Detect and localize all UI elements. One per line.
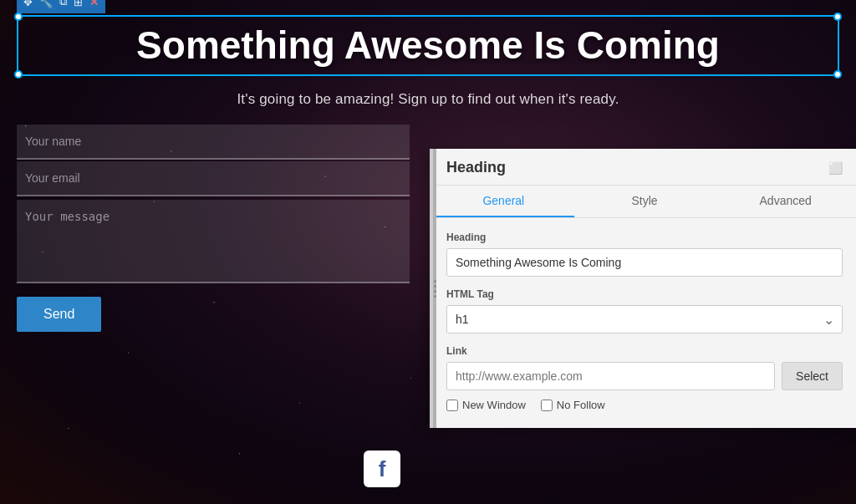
no-follow-checkbox[interactable] — [541, 400, 553, 411]
link-input[interactable] — [446, 362, 775, 390]
element-toolbar: ✥ 🔧 ⧉ ⊞ ✕ — [17, 0, 105, 13]
drag-dot — [434, 290, 436, 293]
move-icon[interactable]: ✥ — [23, 0, 33, 8]
panel-title: Heading — [446, 159, 506, 176]
grid-icon[interactable]: ⊞ — [74, 0, 83, 8]
new-window-label: New Window — [462, 399, 526, 411]
resize-handle-bl[interactable] — [14, 70, 23, 79]
panel-tabs: General Style Advanced — [433, 186, 856, 218]
new-window-checkbox[interactable] — [446, 400, 458, 411]
no-follow-label: No Follow — [557, 399, 605, 411]
panel-collapse-button[interactable]: ⬜ — [828, 161, 843, 175]
html-tag-select[interactable]: h1 h2 h3 h4 h5 h6 div span p — [446, 305, 843, 333]
panel-header: Heading ⬜ — [433, 149, 856, 186]
resize-handle-tr[interactable] — [833, 13, 842, 21]
heading-settings-panel: Heading ⬜ General Style Advanced Heading… — [430, 149, 856, 428]
tab-general[interactable]: General — [433, 186, 574, 217]
name-input[interactable] — [17, 125, 410, 160]
heading-field-label: Heading — [446, 232, 843, 243]
subtitle-text: It's going to be amazing! Sign up to fin… — [0, 91, 856, 108]
heading-text-input[interactable] — [446, 248, 843, 277]
send-button[interactable]: Send — [17, 297, 101, 332]
tab-style[interactable]: Style — [574, 186, 716, 217]
contact-form: Send — [17, 125, 410, 332]
copy-icon[interactable]: ⧉ — [59, 0, 67, 8]
html-tag-label: HTML Tag — [446, 288, 843, 300]
html-tag-wrapper: h1 h2 h3 h4 h5 h6 div span p ⌄ — [446, 305, 843, 333]
message-input[interactable] — [17, 200, 410, 283]
tab-advanced[interactable]: Advanced — [715, 186, 856, 217]
link-field-label: Link — [446, 345, 843, 357]
panel-body: Heading HTML Tag h1 h2 h3 h4 h5 h6 div s… — [433, 218, 856, 411]
new-window-checkbox-label[interactable]: New Window — [446, 399, 526, 411]
drag-dot — [434, 280, 436, 283]
resize-handle-br[interactable] — [833, 70, 842, 79]
settings-icon[interactable]: 🔧 — [39, 0, 53, 8]
drag-dot — [434, 295, 436, 298]
resize-handle-tl[interactable] — [14, 13, 23, 21]
checkbox-row: New Window No Follow — [446, 399, 843, 411]
select-button[interactable]: Select — [782, 362, 843, 390]
page-main-heading: Something Awesome Is Coming — [27, 23, 829, 68]
close-icon[interactable]: ✕ — [89, 0, 99, 8]
facebook-icon[interactable]: f — [364, 451, 400, 487]
email-input[interactable] — [17, 161, 410, 196]
panel-drag-handle[interactable] — [433, 149, 436, 428]
drag-dot — [434, 285, 436, 288]
link-row: Select — [446, 362, 843, 390]
no-follow-checkbox-label[interactable]: No Follow — [541, 399, 605, 411]
heading-block: ✥ 🔧 ⧉ ⊞ ✕ Something Awesome Is Coming — [17, 15, 839, 76]
